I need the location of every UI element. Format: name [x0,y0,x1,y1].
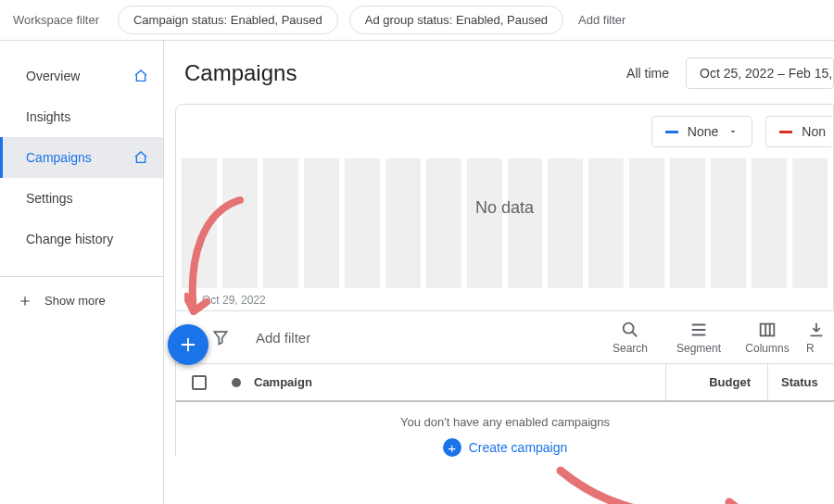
sidebar-show-more[interactable]: Show more [0,284,163,317]
plus-icon [19,295,32,308]
table-toolbar: Add filter Search Segment Columns R [175,311,834,363]
add-filter-link[interactable]: Add filter [578,13,626,27]
segment-icon [689,320,709,340]
sidebar-divider [0,276,163,277]
main-area: Campaigns All time Oct 25, 2022 – Feb 15… [164,41,834,504]
filter-chip-campaign-status[interactable]: Campaign status: Enabled, Paused [118,6,338,34]
col-campaign[interactable]: Campaign [250,375,665,389]
toolbar-label: Columns [745,342,789,355]
sidebar-item-label: Campaigns [26,150,92,165]
series-swatch-1 [665,131,678,133]
series-label-2: Non [802,124,826,139]
series-selector-2[interactable]: Non [765,116,831,147]
sidebar-item-insights[interactable]: Insights [0,96,163,137]
main-header: Campaigns All time Oct 25, 2022 – Feb 15… [164,41,834,104]
plus-icon [178,334,198,355]
date-range-picker[interactable]: Oct 25, 2022 – Feb 15, [686,57,834,89]
columns-icon [757,320,777,340]
chart-card: None Non No data Oct 29, 2022 [175,104,834,311]
workspace-filter-label: Workspace filter [13,13,99,27]
toolbar-segment[interactable]: Segment [669,320,728,355]
plus-circle-icon: + [443,438,461,457]
filter-chip-adgroup-status[interactable]: Ad group status: Enabled, Paused [349,6,563,34]
sidebar-item-label: Overview [26,69,80,83]
empty-message: You don't have any enabled campaigns [176,415,834,429]
series-selector-1[interactable]: None [651,116,752,147]
create-campaign-link[interactable]: + Create campaign [176,438,834,457]
sidebar-item-overview[interactable]: Overview [0,56,163,96]
sidebar-show-more-label: Show more [44,294,106,308]
sidebar-item-change-history[interactable]: Change history [0,219,163,259]
sidebar-item-label: Change history [26,232,113,246]
search-icon [620,320,640,340]
svg-rect-1 [761,324,775,336]
table-add-filter[interactable]: Add filter [256,330,600,346]
chart-start-date: Oct 29, 2022 [202,294,266,307]
new-campaign-fab[interactable] [168,324,208,365]
page-title: Campaigns [184,60,297,86]
table-header: Campaign Budget Status [175,363,834,402]
sidebar: Overview Insights Campaigns Settings Cha… [0,41,164,504]
home-icon [133,150,148,165]
workspace-filter-bar: Workspace filter Campaign status: Enable… [0,0,834,41]
sidebar-item-campaigns[interactable]: Campaigns [0,137,163,178]
status-dot-header[interactable] [222,378,250,387]
chart-body [176,158,833,288]
col-budget[interactable]: Budget [665,364,767,400]
series-label-1: None [688,124,718,139]
chart-no-data: No data [475,198,534,218]
chevron-down-icon [727,126,739,137]
empty-state: You don't have any enabled campaigns + C… [175,402,834,457]
annotation-arrow-2 [553,463,766,504]
toolbar-label: R [806,342,815,355]
toolbar-search[interactable]: Search [600,320,660,355]
time-preset-alltime[interactable]: All time [626,66,669,81]
sidebar-item-label: Settings [26,191,73,206]
create-campaign-label: Create campaign [469,440,568,455]
toolbar-columns[interactable]: Columns [738,320,797,355]
filter-icon[interactable] [211,328,230,346]
toolbar-reports[interactable]: R [806,320,834,355]
col-status[interactable]: Status [767,364,834,400]
sidebar-item-label: Insights [26,109,70,124]
series-swatch-2 [779,131,792,133]
svg-point-0 [624,323,634,334]
toolbar-label: Segment [676,342,721,355]
home-icon [133,69,148,83]
toolbar-label: Search [613,342,648,355]
sidebar-item-settings[interactable]: Settings [0,178,163,219]
download-icon [806,320,827,340]
select-all-checkbox[interactable] [176,375,222,390]
